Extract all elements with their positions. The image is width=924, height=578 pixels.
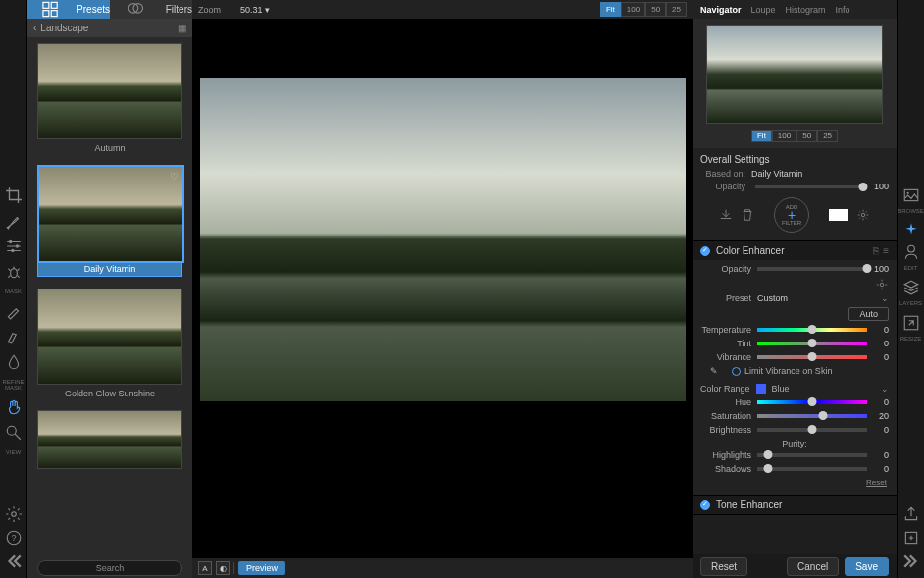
ce-gear-icon[interactable] bbox=[875, 278, 889, 291]
vibrance-value: 0 bbox=[871, 352, 889, 362]
navigator-tab[interactable]: Navigator bbox=[700, 5, 742, 15]
preset-item-daily-vitamin[interactable]: ♡ Daily Vitamin bbox=[37, 165, 182, 277]
zoom-icon[interactable] bbox=[5, 424, 23, 442]
save-button[interactable]: Save bbox=[845, 557, 889, 576]
nav-zoom-100[interactable]: 100 bbox=[772, 130, 796, 142]
filter-stack[interactable]: Color Enhancer ⎘ ≡ Opacity 100 Preset Cu… bbox=[693, 241, 897, 554]
svg-point-5 bbox=[11, 512, 16, 517]
hand-icon[interactable] bbox=[5, 398, 23, 416]
brush-icon[interactable] bbox=[5, 212, 23, 230]
eyedropper-icon[interactable]: ✎ bbox=[710, 366, 718, 376]
shadows-slider[interactable] bbox=[757, 467, 867, 471]
navigator-thumbnail[interactable] bbox=[706, 25, 883, 124]
saturation-slider[interactable] bbox=[757, 414, 867, 418]
tint-slider[interactable] bbox=[757, 342, 867, 345]
export-icon[interactable] bbox=[902, 529, 920, 547]
filters-tab[interactable]: Filters bbox=[110, 0, 192, 19]
reset-button[interactable]: Reset bbox=[700, 557, 747, 576]
color-range-row[interactable]: Color Range Blue ⌄ bbox=[700, 380, 889, 397]
preset-item-autumn[interactable]: Autumn bbox=[37, 43, 182, 153]
search-input[interactable]: Search bbox=[37, 560, 182, 576]
delete-icon[interactable] bbox=[741, 208, 754, 222]
preview-button[interactable]: Preview bbox=[238, 561, 285, 575]
color-enhancer-toggle[interactable] bbox=[700, 246, 710, 256]
preset-thumb[interactable] bbox=[37, 410, 182, 469]
loupe-tab[interactable]: Loupe bbox=[751, 5, 776, 15]
presets-tab[interactable]: Presets bbox=[27, 0, 110, 19]
info-tab[interactable]: Info bbox=[836, 5, 850, 15]
add-filter-button[interactable]: ADD + FILTER bbox=[774, 197, 809, 233]
panel-footer: Reset Cancel Save bbox=[693, 554, 897, 578]
grid-view-icon[interactable]: ▦ bbox=[178, 23, 186, 33]
svg-point-4 bbox=[7, 426, 16, 435]
canvas-viewport[interactable] bbox=[192, 19, 693, 558]
preset-item-golden-glow[interactable]: Golden Glow Sunshine bbox=[37, 289, 182, 398]
help-icon[interactable]: ? bbox=[5, 529, 23, 547]
shadows-value: 0 bbox=[871, 464, 889, 474]
refine-brush-icon[interactable] bbox=[5, 302, 23, 320]
zoom-fit-button[interactable]: Fit bbox=[600, 2, 621, 17]
browse-icon[interactable] bbox=[902, 186, 920, 204]
collapse-left-icon[interactable] bbox=[5, 552, 23, 570]
zoom-50-button[interactable]: 50 bbox=[645, 2, 666, 17]
mask-bug-icon[interactable] bbox=[5, 263, 23, 281]
adjust-icon[interactable] bbox=[5, 237, 23, 255]
overall-opacity-slider[interactable] bbox=[755, 185, 863, 188]
vibrance-slider[interactable] bbox=[757, 355, 867, 359]
zoom-value-dropdown[interactable]: 50.31 ▾ bbox=[240, 5, 270, 15]
ce-opacity-slider[interactable] bbox=[757, 267, 867, 271]
color-swatch[interactable] bbox=[829, 209, 848, 221]
preset-thumb[interactable]: ♡ bbox=[38, 166, 183, 262]
overall-gear-icon[interactable] bbox=[856, 208, 870, 222]
color-enhancer-header[interactable]: Color Enhancer ⎘ ≡ bbox=[693, 241, 897, 260]
breadcrumb[interactable]: ‹Landscape ▦ bbox=[27, 19, 192, 37]
favorite-icon[interactable]: ♡ bbox=[170, 171, 179, 182]
hue-slider[interactable] bbox=[757, 400, 867, 404]
histogram-tab[interactable]: Histogram bbox=[786, 5, 826, 15]
preset-thumb[interactable] bbox=[37, 43, 182, 139]
gear-icon[interactable] bbox=[5, 505, 23, 523]
auto-button[interactable]: Auto bbox=[848, 307, 889, 321]
preset-thumb[interactable] bbox=[37, 289, 182, 385]
temperature-slider[interactable] bbox=[757, 328, 867, 332]
filter-menu-icon[interactable]: ≡ bbox=[883, 245, 889, 256]
cancel-button[interactable]: Cancel bbox=[787, 557, 839, 576]
compare-a-button[interactable]: A bbox=[198, 561, 212, 575]
color-range-chevron-icon[interactable]: ⌄ bbox=[881, 384, 889, 394]
crop-icon[interactable] bbox=[5, 186, 23, 204]
refine-mask-label: REFINE MASK bbox=[2, 379, 24, 391]
brightness-slider[interactable] bbox=[757, 428, 867, 432]
layers-icon[interactable] bbox=[902, 279, 920, 296]
navigator-preview: Fit 100 50 25 bbox=[693, 19, 897, 148]
canvas-toolbar: Zoom 50.31 ▾ Fit 100 50 25 bbox=[192, 0, 693, 19]
compare-split-button[interactable]: ◐ bbox=[216, 561, 230, 575]
zoom-100-button[interactable]: 100 bbox=[621, 2, 645, 17]
view-label: VIEW bbox=[6, 449, 21, 455]
zoom-25-button[interactable]: 25 bbox=[666, 2, 687, 17]
collapse-right-icon[interactable] bbox=[902, 552, 920, 570]
filter-reset-link[interactable]: Reset bbox=[700, 478, 889, 487]
filter-copy-icon[interactable]: ⎘ bbox=[873, 245, 879, 256]
nav-zoom-50[interactable]: 50 bbox=[796, 130, 817, 142]
blur-icon[interactable] bbox=[5, 353, 23, 371]
tone-enhancer-section: Tone Enhancer bbox=[693, 496, 897, 515]
left-tool-rail: MASK REFINE MASK VIEW ? bbox=[0, 0, 27, 578]
main-image[interactable] bbox=[200, 78, 686, 401]
share-icon[interactable] bbox=[902, 505, 920, 523]
portrait-icon[interactable] bbox=[902, 243, 920, 261]
limit-vibrance-checkbox[interactable] bbox=[732, 367, 741, 376]
nav-zoom-fit[interactable]: Fit bbox=[751, 130, 772, 142]
save-preset-icon[interactable] bbox=[719, 208, 733, 222]
chisel-icon[interactable] bbox=[5, 328, 23, 345]
chevron-down-icon[interactable]: ⌄ bbox=[881, 293, 889, 303]
ce-preset-dropdown[interactable]: Custom bbox=[757, 293, 881, 303]
tone-enhancer-header[interactable]: Tone Enhancer bbox=[693, 496, 897, 514]
preset-item-4[interactable] bbox=[37, 410, 182, 469]
preset-list[interactable]: Autumn ♡ Daily Vitamin Golden Glow Sunsh… bbox=[27, 37, 192, 558]
ce-preset-label: Preset bbox=[700, 293, 751, 303]
nav-zoom-25[interactable]: 25 bbox=[817, 130, 838, 142]
resize-icon[interactable] bbox=[902, 314, 920, 332]
highlights-slider[interactable] bbox=[757, 453, 867, 457]
fx-icon[interactable] bbox=[902, 222, 920, 239]
tone-enhancer-toggle[interactable] bbox=[700, 500, 710, 510]
